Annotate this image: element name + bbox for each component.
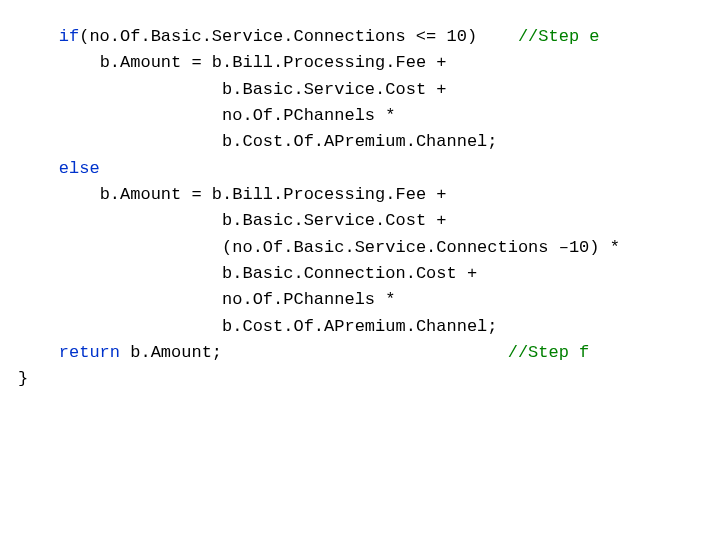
code-token-plain: b.Cost.Of.APremium.Channel; <box>222 317 497 336</box>
code-line: b.Basic.Service.Cost + <box>18 77 702 103</box>
code-line: b.Basic.Service.Cost + <box>18 208 702 234</box>
indent <box>18 132 222 151</box>
code-line: no.Of.PChannels * <box>18 103 702 129</box>
code-token-comment: //Step f <box>508 343 590 362</box>
code-token-plain: (no.Of.Basic.Service.Connections <= 10) <box>79 27 518 46</box>
code-line: } <box>18 366 702 392</box>
code-token-plain: (no.Of.Basic.Service.Connections –10) * <box>222 238 620 257</box>
code-line: b.Amount = b.Bill.Processing.Fee + <box>18 50 702 76</box>
indent <box>18 53 100 72</box>
code-token-plain: b.Amount; <box>120 343 508 362</box>
indent <box>18 106 222 125</box>
code-line: b.Cost.Of.APremium.Channel; <box>18 314 702 340</box>
code-token-plain: b.Amount = b.Bill.Processing.Fee + <box>100 53 447 72</box>
code-token-plain: no.Of.PChannels * <box>222 106 395 125</box>
code-token-plain: b.Basic.Service.Cost + <box>222 80 446 99</box>
code-token-kw: return <box>59 343 120 362</box>
indent <box>18 27 59 46</box>
indent <box>18 317 222 336</box>
code-line: b.Amount = b.Bill.Processing.Fee + <box>18 182 702 208</box>
code-token-plain: } <box>18 369 28 388</box>
indent <box>18 211 222 230</box>
code-line: b.Cost.Of.APremium.Channel; <box>18 129 702 155</box>
code-line: else <box>18 156 702 182</box>
code-token-plain: b.Cost.Of.APremium.Channel; <box>222 132 497 151</box>
code-token-plain: b.Amount = b.Bill.Processing.Fee + <box>100 185 447 204</box>
code-line: b.Basic.Connection.Cost + <box>18 261 702 287</box>
indent <box>18 343 59 362</box>
code-token-kw: else <box>59 159 100 178</box>
indent <box>18 159 59 178</box>
code-line: return b.Amount; //Step f <box>18 340 702 366</box>
code-token-kw: if <box>59 27 79 46</box>
code-token-plain: no.Of.PChannels * <box>222 290 395 309</box>
code-token-plain: b.Basic.Service.Cost + <box>222 211 446 230</box>
code-token-plain: b.Basic.Connection.Cost + <box>222 264 477 283</box>
code-token-comment: //Step e <box>518 27 600 46</box>
code-line: (no.Of.Basic.Service.Connections –10) * <box>18 235 702 261</box>
indent <box>18 238 222 257</box>
code-line: no.Of.PChannels * <box>18 287 702 313</box>
indent <box>18 80 222 99</box>
indent <box>18 264 222 283</box>
indent <box>18 185 100 204</box>
code-block: if(no.Of.Basic.Service.Connections <= 10… <box>0 0 720 411</box>
indent <box>18 290 222 309</box>
code-line: if(no.Of.Basic.Service.Connections <= 10… <box>18 24 702 50</box>
